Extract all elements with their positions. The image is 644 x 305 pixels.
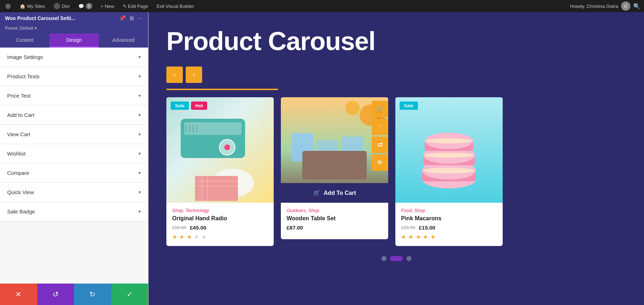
my-sites-link[interactable]: 🏠 My Sites [18, 4, 47, 9]
section-wishlist: Wishlist ▾ [0, 144, 148, 163]
dot-3[interactable] [406, 256, 411, 261]
redo-button[interactable]: ↻ [74, 284, 111, 305]
carousel-prev-btn[interactable]: ‹ [166, 67, 183, 83]
comment-icon: 💬 [78, 4, 84, 9]
dot-1[interactable] [381, 256, 386, 261]
card2-image: 🛒 ♡ ⇄ 👁 🛒 [281, 97, 388, 203]
card1-title: Original Hand Radio [172, 215, 268, 222]
separator-line [166, 89, 352, 90]
card2-prices: £87.00 [287, 225, 382, 231]
chevron-icon-5: ▾ [138, 151, 141, 156]
card3-image [395, 97, 503, 203]
section-price-text-header[interactable]: Price Text ▾ [0, 86, 148, 105]
prev-icon: ‹ [174, 71, 176, 79]
cancel-button[interactable]: ✕ [0, 284, 37, 305]
section-compare-header[interactable]: Compare ▾ [0, 163, 148, 182]
svg-rect-10 [195, 176, 238, 201]
exit-builder-link[interactable]: Exit Visual Builder [155, 4, 196, 9]
add-to-cart-text: Add To Cart [324, 190, 356, 196]
preset-label: Preset: Default [5, 26, 33, 31]
badge-sale-1: Sale [171, 102, 189, 110]
chevron-icon-4: ▾ [138, 132, 141, 137]
star-4: ★ [194, 234, 199, 240]
search-icon[interactable]: 🔍 [633, 3, 640, 10]
preset-bar: Preset: Default ▾ [0, 24, 148, 34]
svg-rect-19 [302, 151, 367, 179]
edit-page-link[interactable]: ✎ Edit Page [121, 4, 150, 9]
badge-sale-3: Sale [400, 102, 418, 110]
chevron-icon-0: ▾ [138, 54, 141, 60]
section-compare: Compare ▾ [0, 163, 148, 183]
preset-chevron[interactable]: ▾ [35, 26, 37, 31]
carousel-next-btn[interactable]: › [186, 67, 202, 83]
section-quick-view: Quick View ▾ [0, 183, 148, 202]
save-button[interactable]: ✓ [111, 284, 148, 305]
admin-bar-right: Howdy, Christina Gwira C 🔍 [570, 1, 640, 11]
sidebar-sections: Image Settings ▾ Product Texts ▾ Price T… [0, 48, 148, 284]
tab-advanced[interactable]: Advanced [99, 34, 148, 48]
grid-icon[interactable]: ⊞ [130, 15, 134, 21]
section-product-texts-header[interactable]: Product Texts ▾ [0, 67, 148, 86]
chevron-icon-1: ▾ [138, 74, 141, 79]
wp-logo[interactable]: ⊕ [4, 2, 13, 10]
card1-category: Shop, Technology [172, 208, 268, 213]
card3-category: Food, Shop [401, 208, 497, 213]
card3-body: Food, Shop Pink Macarons £25.00 £15.00 ★… [395, 203, 503, 246]
wp-icon: ⊕ [5, 2, 11, 10]
card2-action-icons: 🛒 ♡ ⇄ 👁 [372, 101, 388, 171]
user-avatar: C [621, 1, 630, 11]
comments-link[interactable]: 💬 0 [77, 3, 94, 9]
section-product-texts: Product Texts ▾ [0, 67, 148, 86]
star3-1: ★ [401, 234, 406, 240]
bottom-action-bar: ✕ ↺ ↻ ✓ [0, 284, 148, 305]
star3-4: ★ [423, 234, 428, 240]
section-view-cart: View Cart ▾ [0, 125, 148, 144]
card1-badges: Sale Hot [171, 102, 207, 110]
svg-point-21 [345, 101, 360, 115]
card3-price-old: £25.00 [401, 225, 415, 230]
tab-content[interactable]: Content [0, 34, 49, 48]
card3-prices: £25.00 £15.00 [401, 225, 497, 231]
macaron-illustration [395, 97, 503, 203]
tab-design[interactable]: Design [49, 34, 99, 48]
dot-2[interactable] [390, 256, 403, 261]
card2-category: Outdoors, Shop [287, 208, 382, 213]
sidebar-title: Woo Product Carousel Setti... [5, 15, 75, 21]
section-price-text: Price Text ▾ [0, 86, 148, 105]
section-sale-badge: Sale Badge ▾ [0, 202, 148, 221]
wishlist-icon-btn[interactable]: ♡ [372, 119, 388, 135]
pin-icon[interactable]: 📌 [119, 15, 126, 21]
section-wishlist-header[interactable]: Wishlist ▾ [0, 144, 148, 163]
card2-price: £87.00 [287, 225, 303, 231]
compare-icon-btn[interactable]: ⇄ [372, 137, 388, 153]
chevron-icon-7: ▾ [138, 190, 141, 195]
compare-icon: ⇄ [377, 141, 383, 149]
menu-icon[interactable]: ⋯ [138, 15, 143, 21]
tabs-bar: Content Design Advanced [0, 34, 148, 48]
main-layout: Woo Product Carousel Setti... 📌 ⊞ ⋯ Pres… [0, 12, 644, 305]
radio-illustration [166, 97, 274, 203]
quick-view-icon-btn[interactable]: 👁 [372, 154, 388, 171]
heart-icon: ♡ [377, 123, 383, 131]
eye-icon: 👁 [377, 159, 383, 167]
cart-icon-overlay: 🛒 [313, 190, 320, 196]
section-view-cart-header[interactable]: View Cart ▾ [0, 125, 148, 144]
page-title: Product Carousel [166, 26, 626, 56]
cart-icon: 🛒 [376, 105, 384, 113]
section-sale-badge-header[interactable]: Sale Badge ▾ [0, 202, 148, 221]
section-image-settings: Image Settings ▾ [0, 48, 148, 67]
section-image-settings-header[interactable]: Image Settings ▾ [0, 48, 148, 67]
section-add-to-cart-header[interactable]: Add to Cart ▾ [0, 105, 148, 124]
product-card-1: Sale Hot Shop, Technology Original Hand … [166, 97, 274, 246]
undo-button[interactable]: ↺ [37, 284, 74, 305]
chevron-icon-2: ▾ [138, 93, 141, 98]
carousel-nav: ‹ › [166, 67, 626, 83]
divi-link[interactable]: Divi [52, 3, 71, 9]
cards-container: Sale Hot Shop, Technology Original Hand … [166, 97, 626, 246]
new-link[interactable]: + New [99, 4, 116, 9]
add-to-cart-overlay[interactable]: 🛒 Add To Cart [281, 183, 388, 203]
product-card-2: 🛒 ♡ ⇄ 👁 🛒 [281, 97, 388, 239]
card1-stars: ★ ★ ★ ★ ★ [172, 233, 268, 240]
add-to-cart-icon-btn[interactable]: 🛒 [372, 101, 388, 117]
section-quick-view-header[interactable]: Quick View ▾ [0, 183, 148, 202]
